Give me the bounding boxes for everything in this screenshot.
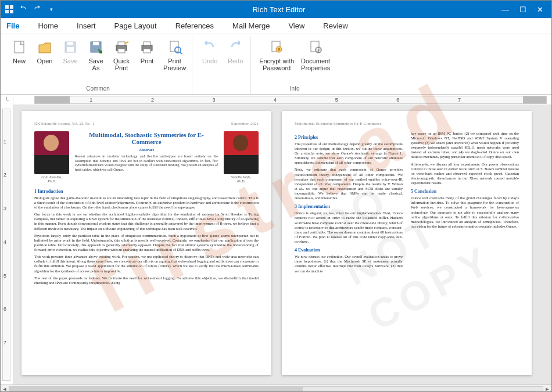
svg-rect-9: [93, 42, 99, 45]
svg-rect-4: [15, 41, 24, 53]
svg-rect-15: [144, 49, 150, 53]
svg-rect-12: [118, 49, 125, 53]
journal-date: September, 2021: [231, 121, 259, 127]
svg-rect-11: [118, 42, 125, 45]
folder-open-icon: [35, 38, 54, 56]
redo-button[interactable]: Redo: [224, 37, 247, 66]
tab-file[interactable]: File: [5, 19, 20, 33]
app-title: Rich Text Editor: [56, 5, 501, 14]
author-1-photo: [34, 131, 69, 174]
svg-rect-6: [67, 42, 73, 45]
svg-rect-1: [10, 5, 13, 9]
tab-references[interactable]: References: [174, 19, 215, 33]
group-label-info: Info: [257, 84, 332, 93]
undo-button[interactable]: Undo: [198, 37, 221, 66]
scroll-right-icon[interactable]: ►: [543, 386, 551, 392]
document-viewport[interactable]: DX Scientific Journal, Vol. 22, No. 1 Se…: [13, 105, 551, 384]
doc-props-icon: [306, 38, 325, 56]
ribbon-tabs: File Home Insert Page Layout References …: [1, 18, 551, 34]
quick-print-button[interactable]: Quick Print: [110, 37, 133, 73]
svg-point-23: [318, 49, 320, 51]
ribbon: New Open Save Save As Quick Print Print: [1, 34, 551, 95]
vertical-ruler[interactable]: 1 2 3 4 5 6 7: [1, 105, 13, 384]
print-icon: [138, 38, 156, 56]
print-preview-button[interactable]: Print Preview: [161, 37, 188, 73]
titlebar: ▾ Rich Text Editor — ☐ ✕: [1, 1, 551, 18]
minimize-button[interactable]: —: [501, 5, 509, 14]
tab-review[interactable]: Review: [322, 19, 349, 33]
qat-redo-icon[interactable]: [32, 4, 42, 15]
save-as-button[interactable]: Save As: [84, 37, 107, 73]
section-heading: 1 Introduction: [34, 189, 259, 195]
print-button[interactable]: Print: [135, 37, 159, 66]
redo-icon: [226, 38, 245, 56]
print-preview-icon: [166, 38, 184, 56]
horizontal-scrollbar[interactable]: ◄ ►: [1, 384, 551, 392]
new-button[interactable]: New: [8, 37, 31, 66]
tab-mail-merge[interactable]: Mail Merge: [231, 19, 271, 33]
ruler-corner: └: [1, 95, 13, 105]
scrollbar-track[interactable]: [9, 386, 543, 392]
encrypt-button[interactable]: Encrypt with Password: [257, 37, 296, 73]
page-2[interactable]: DO NOT COPY Multimodal, Stochastic Symme…: [282, 111, 532, 375]
save-button[interactable]: Save: [59, 37, 82, 66]
qat-undo-icon[interactable]: [18, 4, 28, 15]
encrypt-icon: [267, 38, 286, 56]
scrollbar-thumb[interactable]: [9, 387, 303, 391]
tab-home[interactable]: Home: [37, 19, 59, 33]
svg-rect-14: [144, 42, 150, 45]
quick-access-toolbar: ▾: [4, 4, 56, 15]
author-2-photo: [224, 131, 259, 174]
qat-customize-icon[interactable]: ▾: [46, 4, 56, 15]
close-button[interactable]: ✕: [537, 5, 543, 14]
group-label-common: Common: [8, 84, 188, 93]
svg-rect-7: [67, 47, 74, 52]
save-icon: [61, 38, 80, 56]
window-controls: — ☐ ✕: [501, 5, 548, 14]
svg-rect-20: [278, 48, 280, 51]
undo-icon: [200, 38, 219, 56]
tab-view[interactable]: View: [287, 19, 306, 33]
svg-rect-2: [5, 10, 9, 13]
running-header: Multimodal, Stochastic Symmetries for E-…: [295, 121, 382, 127]
scroll-left-icon[interactable]: ◄: [1, 386, 9, 392]
page-1[interactable]: DX Scientific Journal, Vol. 22, No. 1 Se…: [21, 111, 271, 375]
tab-insert[interactable]: Insert: [76, 19, 97, 33]
horizontal-ruler[interactable]: └ 1 2 3 4 5 6 7: [13, 95, 551, 105]
file-new-icon: [10, 38, 28, 56]
maximize-button[interactable]: ☐: [519, 5, 526, 14]
app-icon: [4, 4, 15, 15]
ribbon-group-info: Encrypt with Password Document Propertie…: [253, 37, 336, 94]
svg-rect-0: [5, 5, 9, 9]
svg-rect-3: [10, 10, 13, 13]
tab-page-layout[interactable]: Page Layout: [113, 19, 158, 33]
doc-properties-button[interactable]: Document Properties: [299, 37, 332, 73]
ruler-track-h: 1 2 3 4 5 6 7: [34, 96, 547, 104]
open-button[interactable]: Open: [33, 37, 56, 66]
ribbon-group-undo: Undo Redo: [195, 37, 251, 94]
paper-title: Multimodal, Stochastic Symmetries for E-…: [75, 131, 218, 146]
ribbon-group-common: New Open Save Save As Quick Print Print: [4, 37, 192, 94]
journal-name: DX Scientific Journal, Vol. 22, No. 1: [34, 121, 95, 127]
save-as-icon: [87, 38, 105, 56]
quick-print-icon: [112, 38, 131, 56]
svg-rect-16: [170, 41, 178, 52]
workspace: 1 2 3 4 5 6 7 DX Scientific Journal, Vol…: [1, 105, 551, 384]
abstract: Recent advances in modular technology an…: [75, 154, 218, 172]
